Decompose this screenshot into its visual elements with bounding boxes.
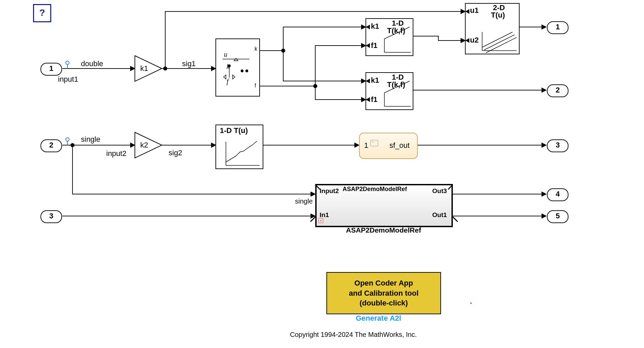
simulink-canvas[interactable]: ? 1 double input1 2 single input2 3 k1 k…	[0, 0, 644, 348]
copyright-text: Copyright 1994-2024 The MathWorks, Inc.	[290, 331, 417, 339]
gain-k1-label[interactable]: k1	[140, 64, 148, 73]
callout-line2: and Calibration tool	[336, 288, 431, 298]
svg-point-8	[241, 70, 243, 72]
outport-5[interactable]: 5	[547, 210, 568, 223]
svg-point-0	[164, 67, 167, 70]
svg-rect-28	[372, 141, 374, 143]
prelookup-k: k	[227, 63, 230, 71]
sf-in-label: 1	[364, 141, 368, 150]
interp-a-title2: T(k,f)	[387, 26, 405, 35]
prelookup-f: f	[227, 78, 229, 85]
interp-b-title2: T(k,f)	[387, 80, 405, 89]
outport-2[interactable]: 2	[547, 84, 568, 97]
modelref-name: ASAP2DemoModelRef	[343, 186, 407, 193]
lookup2d-title2: T(u)	[491, 11, 505, 20]
svg-point-23	[66, 61, 69, 64]
interp-a-f1: f1	[371, 41, 378, 50]
inport-1[interactable]: 1	[40, 63, 62, 76]
svg-rect-27	[371, 140, 378, 146]
modelref-out1: Out3	[432, 187, 447, 195]
inport-1-name: input1	[58, 75, 78, 84]
outport-4[interactable]: 4	[547, 188, 568, 201]
modelref-out2: Out1	[432, 211, 447, 219]
svg-point-2	[314, 84, 317, 88]
inport-1-dtype: double	[81, 59, 103, 68]
lookup2d-u2: u2	[470, 36, 479, 45]
signal-sig1: sig1	[182, 59, 196, 68]
interp-b-k1: k1	[371, 76, 379, 85]
svg-point-9	[246, 70, 248, 72]
prelookup-outf: f	[255, 83, 256, 89]
open-coder-app-callout[interactable]: Open Coder App and Calibration tool (dou…	[326, 272, 441, 314]
interp-a-k1: k1	[371, 22, 379, 31]
prelookup-u: u	[224, 51, 227, 58]
inport-2-name: input2	[106, 149, 126, 158]
generate-a2l-label: Generate A2l	[356, 314, 401, 323]
modelref-dtype: single	[295, 197, 313, 205]
inport-3[interactable]: 3	[40, 210, 62, 223]
signal-sig2: sig2	[169, 149, 182, 157]
modelref-in2: In1	[320, 211, 329, 219]
stateflow-icon	[370, 139, 379, 148]
inport-2[interactable]: 2	[40, 139, 62, 152]
lookup1d-title: 1-D T(u)	[220, 126, 248, 135]
svg-rect-4	[216, 39, 260, 96]
wiring-layer	[0, 0, 644, 348]
callout-line1: Open Coder App	[336, 278, 431, 288]
modelref-label: ASAP2DemoModelRef	[346, 226, 421, 234]
marker-dot	[470, 302, 472, 304]
interp-b-f1: f1	[371, 95, 378, 104]
modelref-badge-icon	[318, 218, 324, 223]
help-button[interactable]: ?	[33, 4, 51, 22]
callout-line3: (double-click)	[336, 298, 431, 308]
outport-1[interactable]: 1	[547, 21, 568, 34]
outport-3[interactable]: 3	[547, 139, 568, 152]
prelookup-outk: k	[255, 46, 257, 52]
modelref-in1: Input2	[320, 187, 339, 195]
lookup2d-u1: u1	[470, 6, 479, 15]
gain-k2-label[interactable]: k2	[140, 141, 148, 150]
inport-2-dtype: single	[81, 135, 100, 144]
svg-point-1	[282, 49, 285, 52]
sf-out-label: sf_out	[389, 141, 410, 150]
svg-point-25	[66, 138, 69, 141]
